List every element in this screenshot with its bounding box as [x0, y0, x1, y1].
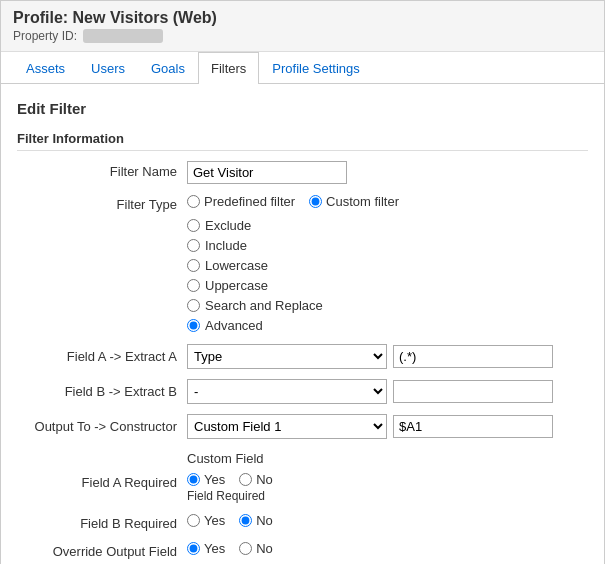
property-id-row: Property ID:	[13, 29, 592, 43]
include-label: Include	[205, 238, 247, 253]
predefined-filter-label: Predefined filter	[204, 194, 295, 209]
search-replace-label: Search and Replace	[205, 298, 323, 313]
lowercase-option[interactable]: Lowercase	[187, 257, 588, 274]
override-no-radio[interactable]	[239, 542, 252, 555]
filter-name-control: Get Visitor	[187, 161, 588, 184]
nav-tabs: Assets Users Goals Filters Profile Setti…	[1, 52, 604, 84]
field-a-required-group: Yes No	[187, 472, 588, 487]
filter-type-radio-group: Predefined filter Custom filter	[187, 194, 588, 209]
override-output-row: Override Output Field Yes No	[17, 541, 588, 559]
filter-name-row: Filter Name Get Visitor	[17, 161, 588, 184]
field-b-yes-option[interactable]: Yes	[187, 513, 225, 528]
property-id-label: Property ID:	[13, 29, 77, 43]
property-id-value	[83, 29, 163, 43]
field-b-row: Field B -> Extract B - URI Hostname	[17, 379, 588, 404]
field-a-text[interactable]: (.*)	[393, 345, 553, 368]
tab-users[interactable]: Users	[78, 52, 138, 84]
field-a-row: Field A -> Extract A Type URI Hostname P…	[17, 344, 588, 369]
field-b-required-label: Field B Required	[17, 513, 187, 531]
advanced-radio[interactable]	[187, 319, 200, 332]
field-a-yes-option[interactable]: Yes	[187, 472, 225, 487]
field-b-no-option[interactable]: No	[239, 513, 273, 528]
custom-filter-label: Custom filter	[326, 194, 399, 209]
field-b-required-row: Field B Required Yes No	[17, 513, 588, 531]
page-header: Profile: New Visitors (Web) Property ID:	[1, 1, 604, 52]
output-text[interactable]: $A1	[393, 415, 553, 438]
field-a-no-radio[interactable]	[239, 473, 252, 486]
field-b-text[interactable]	[393, 380, 553, 403]
field-a-yes-radio[interactable]	[187, 473, 200, 486]
override-output-control: Yes No	[187, 541, 588, 556]
filter-type-control: Predefined filter Custom filter Exclude	[187, 194, 588, 334]
override-no-label: No	[256, 541, 273, 556]
field-a-required-row: Field A Required Yes No Field Required	[17, 472, 588, 503]
custom-field-note: Custom Field	[187, 451, 264, 466]
filter-name-input[interactable]: Get Visitor	[187, 161, 347, 184]
custom-filter-option[interactable]: Custom filter	[309, 194, 399, 209]
filter-type-row: Filter Type Predefined filter Custom fil…	[17, 194, 588, 334]
field-a-label: Field A -> Extract A	[17, 349, 187, 364]
uppercase-label: Uppercase	[205, 278, 268, 293]
uppercase-radio[interactable]	[187, 279, 200, 292]
tab-goals[interactable]: Goals	[138, 52, 198, 84]
field-b-select[interactable]: - URI Hostname	[187, 379, 387, 404]
search-replace-radio[interactable]	[187, 299, 200, 312]
field-a-required-label: Field A Required	[17, 472, 187, 490]
predefined-filter-option[interactable]: Predefined filter	[187, 194, 295, 209]
override-no-option[interactable]: No	[239, 541, 273, 556]
output-row: Output To -> Constructor Custom Field 1 …	[17, 414, 588, 439]
subsection-title: Filter Information	[17, 131, 588, 151]
tab-profile-settings[interactable]: Profile Settings	[259, 52, 372, 84]
custom-field-note-row: Custom Field	[17, 449, 588, 466]
field-a-inputs: Type URI Hostname Page Title (.*)	[187, 344, 553, 369]
field-b-required-control: Yes No	[187, 513, 588, 528]
tab-filters[interactable]: Filters	[198, 52, 259, 84]
override-output-label: Override Output Field	[17, 541, 187, 559]
advanced-option[interactable]: Advanced	[187, 317, 588, 334]
output-inputs: Custom Field 1 Custom Field 2 Custom Fie…	[187, 414, 553, 439]
lowercase-radio[interactable]	[187, 259, 200, 272]
page-title: Profile: New Visitors (Web)	[13, 9, 592, 27]
field-b-yes-radio[interactable]	[187, 514, 200, 527]
filter-type-label: Filter Type	[17, 194, 187, 212]
override-yes-option[interactable]: Yes	[187, 541, 225, 556]
search-replace-option[interactable]: Search and Replace	[187, 297, 588, 314]
field-a-no-label: No	[256, 472, 273, 487]
exclude-option[interactable]: Exclude	[187, 217, 588, 234]
custom-filter-radio[interactable]	[309, 195, 322, 208]
field-b-no-radio[interactable]	[239, 514, 252, 527]
field-b-no-label: No	[256, 513, 273, 528]
field-a-no-option[interactable]: No	[239, 472, 273, 487]
override-yes-radio[interactable]	[187, 542, 200, 555]
field-b-yes-label: Yes	[204, 513, 225, 528]
section-title: Edit Filter	[17, 100, 588, 117]
output-select[interactable]: Custom Field 1 Custom Field 2 Custom Fie…	[187, 414, 387, 439]
tab-assets[interactable]: Assets	[13, 52, 78, 84]
lowercase-label: Lowercase	[205, 258, 268, 273]
field-a-yes-label: Yes	[204, 472, 225, 487]
exclude-label: Exclude	[205, 218, 251, 233]
predefined-filter-radio[interactable]	[187, 195, 200, 208]
include-option[interactable]: Include	[187, 237, 588, 254]
custom-field-spacer	[17, 449, 187, 452]
output-label: Output To -> Constructor	[17, 419, 187, 434]
field-b-label: Field B -> Extract B	[17, 384, 187, 399]
field-required-note: Field Required	[187, 489, 588, 503]
advanced-label: Advanced	[205, 318, 263, 333]
uppercase-option[interactable]: Uppercase	[187, 277, 588, 294]
filter-name-label: Filter Name	[17, 161, 187, 179]
field-a-select[interactable]: Type URI Hostname Page Title	[187, 344, 387, 369]
field-b-required-group: Yes No	[187, 513, 588, 528]
exclude-radio[interactable]	[187, 219, 200, 232]
main-content: Edit Filter Filter Information Filter Na…	[1, 84, 604, 564]
override-yes-label: Yes	[204, 541, 225, 556]
field-a-required-control: Yes No Field Required	[187, 472, 588, 503]
field-b-inputs: - URI Hostname	[187, 379, 553, 404]
custom-filter-options: Exclude Include Lowercase Uppercase	[187, 217, 588, 334]
override-output-group: Yes No	[187, 541, 588, 556]
include-radio[interactable]	[187, 239, 200, 252]
